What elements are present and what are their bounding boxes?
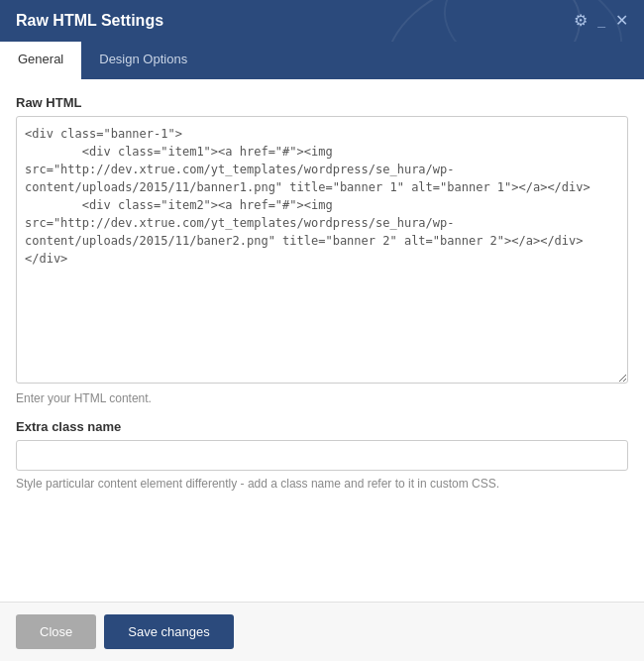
tab-general[interactable]: General: [0, 42, 81, 79]
raw-html-label: Raw HTML: [16, 95, 628, 110]
modal-title: Raw HTML Settings: [16, 12, 163, 30]
save-changes-button[interactable]: Save changes: [104, 614, 233, 649]
raw-html-hint: Enter your HTML content.: [16, 391, 628, 405]
modal-container: Raw HTML Settings ⚙ _ ✕ General Design O…: [0, 0, 644, 661]
tab-design-options[interactable]: Design Options: [81, 42, 205, 79]
raw-html-section: Raw HTML <div class="banner-1"> <div cla…: [16, 95, 628, 405]
gear-icon[interactable]: ⚙: [574, 13, 588, 29]
tabs-bar: General Design Options: [0, 42, 644, 79]
raw-html-textarea[interactable]: <div class="banner-1"> <div class="item1…: [16, 116, 628, 384]
extra-class-hint: Style particular content element differe…: [16, 477, 628, 506]
modal-footer: Close Save changes: [0, 602, 644, 661]
modal-controls: ⚙ _ ✕: [574, 13, 628, 29]
minimize-icon[interactable]: _: [597, 14, 605, 28]
modal-header: Raw HTML Settings ⚙ _ ✕: [0, 0, 644, 42]
extra-class-label: Extra class name: [16, 419, 628, 434]
close-icon[interactable]: ✕: [615, 13, 628, 29]
close-button[interactable]: Close: [16, 614, 96, 649]
modal-body: Raw HTML <div class="banner-1"> <div cla…: [0, 79, 644, 602]
extra-class-section: Extra class name Style particular conten…: [16, 419, 628, 506]
extra-class-input[interactable]: [16, 440, 628, 471]
